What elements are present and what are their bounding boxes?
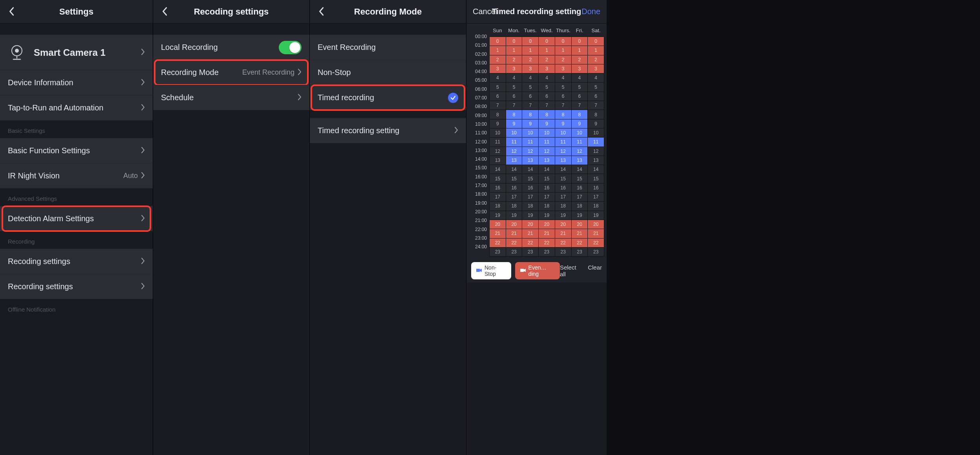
schedule-cell[interactable]: 11 (506, 138, 522, 146)
schedule-cell[interactable]: 10 (522, 128, 538, 137)
schedule-cell[interactable]: 12 (588, 147, 604, 156)
device-information-row[interactable]: Device Information (0, 70, 153, 95)
schedule-cell[interactable]: 1 (555, 46, 571, 55)
schedule-cell[interactable]: 18 (506, 202, 522, 210)
automation-row[interactable]: Tap-to-Run and Automation (0, 95, 153, 120)
schedule-cell[interactable]: 20 (539, 220, 555, 229)
schedule-cell[interactable]: 7 (588, 101, 604, 110)
schedule-cell[interactable]: 17 (490, 193, 506, 201)
schedule-cell[interactable]: 5 (539, 83, 555, 91)
schedule-cell[interactable]: 9 (490, 119, 506, 128)
schedule-cells[interactable]: 0000000111111122222223333333444444455555… (489, 37, 604, 257)
schedule-cell[interactable]: 4 (588, 73, 604, 82)
timed-recording-row[interactable]: Timed recording (310, 85, 466, 110)
schedule-cell[interactable]: 6 (522, 92, 538, 101)
schedule-cell[interactable]: 15 (522, 174, 538, 183)
schedule-cell[interactable]: 18 (539, 202, 555, 210)
schedule-cell[interactable]: 0 (555, 37, 571, 46)
schedule-cell[interactable]: 2 (490, 55, 506, 64)
schedule-cell[interactable]: 15 (539, 174, 555, 183)
clear-button[interactable]: Clear (588, 264, 602, 277)
schedule-cell[interactable]: 8 (506, 110, 522, 119)
back-button[interactable] (315, 6, 327, 17)
schedule-cell[interactable]: 1 (539, 46, 555, 55)
local-recording-toggle[interactable] (279, 41, 302, 54)
schedule-cell[interactable]: 22 (555, 239, 571, 247)
schedule-cell[interactable]: 22 (506, 239, 522, 247)
schedule-cell[interactable]: 13 (572, 156, 588, 165)
schedule-cell[interactable]: 1 (490, 46, 506, 55)
schedule-cell[interactable]: 23 (506, 248, 522, 256)
schedule-cell[interactable]: 12 (572, 147, 588, 156)
schedule-cell[interactable]: 17 (588, 193, 604, 201)
schedule-cell[interactable]: 6 (490, 92, 506, 101)
schedule-cell[interactable]: 20 (522, 220, 538, 229)
schedule-cell[interactable]: 7 (490, 101, 506, 110)
schedule-cell[interactable]: 0 (588, 37, 604, 46)
timed-recording-setting-row[interactable]: Timed recording setting (310, 118, 466, 143)
schedule-cell[interactable]: 11 (555, 138, 571, 146)
schedule-cell[interactable]: 5 (506, 83, 522, 91)
schedule-cell[interactable]: 9 (522, 119, 538, 128)
schedule-cell[interactable]: 4 (539, 73, 555, 82)
schedule-cell[interactable]: 17 (506, 193, 522, 201)
schedule-cell[interactable]: 14 (539, 165, 555, 174)
schedule-cell[interactable]: 15 (506, 174, 522, 183)
schedule-cell[interactable]: 13 (522, 156, 538, 165)
schedule-cell[interactable]: 20 (506, 220, 522, 229)
schedule-cell[interactable]: 14 (572, 165, 588, 174)
schedule-cell[interactable]: 1 (522, 46, 538, 55)
schedule-cell[interactable]: 17 (539, 193, 555, 201)
schedule-cell[interactable]: 23 (572, 248, 588, 256)
schedule-cell[interactable]: 22 (490, 239, 506, 247)
schedule-cell[interactable]: 5 (522, 83, 538, 91)
schedule-cell[interactable]: 19 (588, 211, 604, 220)
schedule-cell[interactable]: 23 (588, 248, 604, 256)
schedule-cell[interactable]: 6 (572, 92, 588, 101)
schedule-cell[interactable]: 3 (522, 64, 538, 73)
schedule-cell[interactable]: 13 (555, 156, 571, 165)
detection-alarm-row[interactable]: Detection Alarm Settings (0, 206, 153, 231)
schedule-cell[interactable]: 3 (572, 64, 588, 73)
legend-event[interactable]: Even…ding (515, 262, 560, 279)
event-recording-row[interactable]: Event Recording (310, 35, 466, 60)
schedule-cell[interactable]: 21 (506, 229, 522, 238)
schedule-cell[interactable]: 11 (539, 138, 555, 146)
schedule-cell[interactable]: 4 (555, 73, 571, 82)
device-row[interactable]: Smart Camera 1 (0, 35, 153, 70)
schedule-cell[interactable]: 9 (572, 119, 588, 128)
schedule-cell[interactable]: 20 (588, 220, 604, 229)
schedule-cell[interactable]: 19 (522, 211, 538, 220)
schedule-cell[interactable]: 21 (555, 229, 571, 238)
schedule-cell[interactable]: 10 (506, 128, 522, 137)
schedule-cell[interactable]: 19 (506, 211, 522, 220)
schedule-cell[interactable]: 2 (588, 55, 604, 64)
schedule-cell[interactable]: 7 (555, 101, 571, 110)
schedule-cell[interactable]: 17 (572, 193, 588, 201)
schedule-cell[interactable]: 13 (506, 156, 522, 165)
schedule-cell[interactable]: 2 (539, 55, 555, 64)
schedule-cell[interactable]: 1 (588, 46, 604, 55)
schedule-cell[interactable]: 21 (572, 229, 588, 238)
schedule-cell[interactable]: 19 (490, 211, 506, 220)
schedule-cell[interactable]: 1 (572, 46, 588, 55)
schedule-cell[interactable]: 16 (572, 183, 588, 192)
schedule-cell[interactable]: 16 (490, 183, 506, 192)
schedule-cell[interactable]: 5 (490, 83, 506, 91)
schedule-cell[interactable]: 17 (555, 193, 571, 201)
schedule-cell[interactable]: 10 (572, 128, 588, 137)
schedule-cell[interactable]: 11 (490, 138, 506, 146)
schedule-cell[interactable]: 19 (555, 211, 571, 220)
schedule-cell[interactable]: 3 (555, 64, 571, 73)
schedule-cell[interactable]: 21 (522, 229, 538, 238)
recoding-settings-row[interactable]: Recoding settings (0, 249, 153, 274)
schedule-cell[interactable]: 6 (555, 92, 571, 101)
schedule-cell[interactable]: 10 (490, 128, 506, 137)
schedule-cell[interactable]: 10 (588, 128, 604, 137)
recording-settings-row[interactable]: Recording settings (0, 274, 153, 299)
basic-function-row[interactable]: Basic Function Settings (0, 138, 153, 163)
legend-nonstop[interactable]: Non-Stop (471, 262, 511, 279)
schedule-cell[interactable]: 22 (539, 239, 555, 247)
schedule-cell[interactable]: 7 (539, 101, 555, 110)
schedule-cell[interactable]: 8 (572, 110, 588, 119)
